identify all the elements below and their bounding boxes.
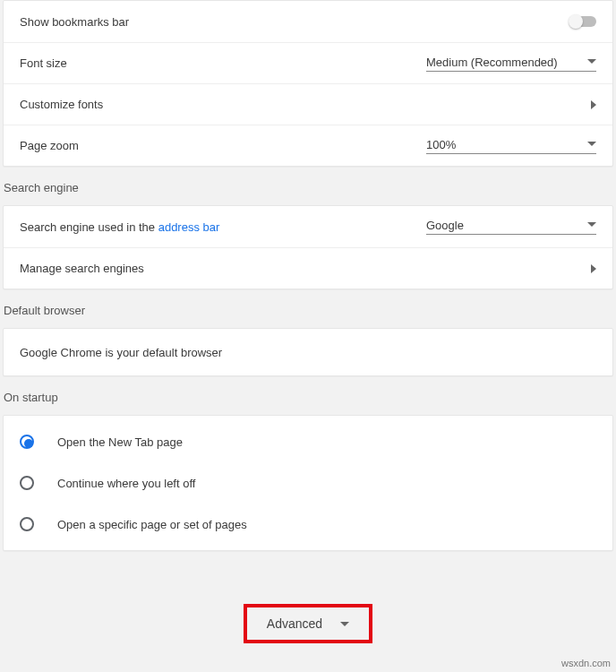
startup-option-new-tab[interactable]: Open the New Tab page — [4, 421, 612, 462]
chevron-down-icon — [340, 622, 349, 626]
show-bookmarks-label: Show bookmarks bar — [20, 15, 552, 29]
customize-fonts-row[interactable]: Customize fonts — [4, 83, 612, 125]
appearance-card: Show bookmarks bar Font size Medium (Rec… — [3, 0, 613, 167]
toggle-knob — [569, 14, 583, 29]
startup-option-label: Open the New Tab page — [57, 435, 183, 449]
startup-option-label: Open a specific page or set of pages — [57, 518, 247, 531]
customize-fonts-label: Customize fonts — [20, 98, 573, 111]
chevron-down-icon — [587, 59, 596, 64]
advanced-button[interactable]: Advanced — [244, 604, 372, 643]
chevron-down-icon — [587, 222, 596, 227]
default-browser-heading: Default browser — [0, 289, 616, 328]
page-zoom-dropdown[interactable]: 100% — [426, 138, 596, 154]
font-size-dropdown[interactable]: Medium (Recommended) — [426, 56, 596, 72]
startup-option-continue[interactable]: Continue where you left off — [4, 462, 612, 504]
address-bar-link[interactable]: address bar — [158, 220, 220, 234]
page-zoom-label: Page zoom — [20, 139, 426, 152]
search-engine-card: Search engine used in the address bar Go… — [3, 205, 613, 289]
chevron-down-icon — [587, 142, 596, 146]
default-browser-card: Google Chrome is your default browser — [3, 328, 613, 376]
radio-button[interactable] — [20, 476, 34, 490]
font-size-value: Medium (Recommended) — [426, 56, 558, 69]
search-engine-dropdown[interactable]: Google — [426, 219, 596, 235]
font-size-row[interactable]: Font size Medium (Recommended) — [4, 42, 612, 83]
watermark: wsxdn.com — [561, 658, 611, 668]
manage-search-engines-label: Manage search engines — [20, 262, 573, 275]
bookmarks-toggle[interactable] — [569, 16, 596, 27]
manage-search-engines-row[interactable]: Manage search engines — [4, 247, 612, 289]
startup-option-label: Continue where you left off — [57, 477, 195, 490]
search-engine-used-label: Search engine used in the address bar — [20, 220, 426, 234]
chevron-right-icon — [591, 100, 596, 109]
search-engine-heading: Search engine — [0, 167, 616, 205]
search-engine-row[interactable]: Search engine used in the address bar Go… — [4, 206, 612, 247]
page-zoom-row[interactable]: Page zoom 100% — [4, 125, 612, 166]
on-startup-heading: On startup — [0, 376, 616, 415]
radio-button[interactable] — [20, 517, 34, 531]
chevron-right-icon — [591, 264, 596, 273]
radio-button[interactable] — [20, 435, 34, 449]
page-zoom-value: 100% — [426, 138, 456, 151]
advanced-row: Advanced — [0, 604, 616, 643]
default-browser-status: Google Chrome is your default browser — [4, 329, 612, 375]
font-size-label: Font size — [20, 56, 426, 70]
search-engine-value: Google — [426, 219, 464, 232]
advanced-label: Advanced — [267, 616, 322, 631]
startup-option-specific-pages[interactable]: Open a specific page or set of pages — [4, 504, 612, 545]
search-engine-used-pre: Search engine used in the — [20, 220, 158, 234]
show-bookmarks-row[interactable]: Show bookmarks bar — [4, 1, 612, 42]
on-startup-card: Open the New Tab page Continue where you… — [3, 415, 613, 551]
